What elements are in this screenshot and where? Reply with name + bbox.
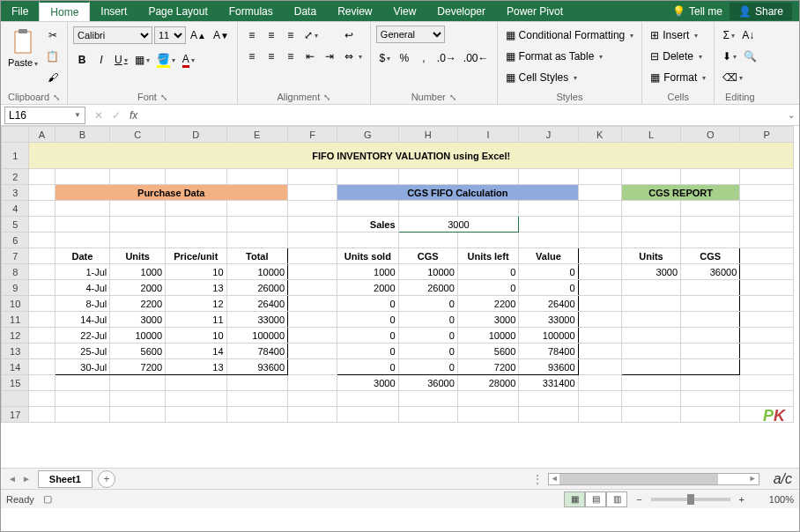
share-button[interactable]: 👤Share bbox=[730, 3, 792, 20]
enter-formula-icon[interactable]: ✓ bbox=[112, 109, 121, 122]
cell[interactable]: 12 bbox=[166, 296, 226, 312]
copy-button[interactable]: 📋 bbox=[43, 47, 62, 66]
row-header[interactable]: 15 bbox=[2, 375, 29, 391]
cell[interactable]: 0 bbox=[337, 359, 398, 375]
col-left[interactable]: Units left bbox=[457, 248, 518, 264]
fx-icon[interactable]: fx bbox=[130, 109, 137, 122]
col-header[interactable]: A bbox=[29, 127, 55, 143]
fill-button[interactable]: ⬇ bbox=[720, 47, 739, 66]
cell[interactable]: 93600 bbox=[519, 359, 578, 375]
tab-file[interactable]: File bbox=[1, 1, 39, 21]
decrease-decimal-button[interactable]: .00← bbox=[461, 48, 492, 68]
col-total[interactable]: Total bbox=[226, 248, 287, 264]
col-header[interactable]: B bbox=[55, 127, 110, 143]
cell[interactable]: 10000 bbox=[457, 328, 518, 344]
col-header[interactable]: I bbox=[457, 127, 518, 143]
cell[interactable]: 11 bbox=[166, 312, 226, 328]
insert-cells-button[interactable]: ⊞Insert bbox=[648, 26, 708, 45]
cell[interactable]: 7200 bbox=[457, 359, 518, 375]
cell[interactable]: 22-Jul bbox=[55, 328, 110, 344]
col-sold[interactable]: Units sold bbox=[337, 248, 398, 264]
increase-indent-button[interactable]: ⇥ bbox=[321, 47, 338, 66]
currency-button[interactable]: $ bbox=[376, 48, 394, 68]
row-header[interactable]: 9 bbox=[2, 280, 29, 296]
row-header[interactable] bbox=[2, 391, 29, 407]
col-units[interactable]: Units bbox=[110, 248, 166, 264]
decrease-indent-button[interactable]: ⇤ bbox=[301, 47, 319, 66]
tab-formulas[interactable]: Formulas bbox=[219, 1, 284, 21]
cell-styles-button[interactable]: ▦Cell Styles bbox=[503, 68, 637, 87]
cell[interactable]: 7200 bbox=[110, 359, 166, 375]
cell[interactable]: 1000 bbox=[337, 264, 398, 280]
col-header[interactable]: G bbox=[337, 127, 398, 143]
decrease-font-button[interactable]: A▼ bbox=[211, 26, 232, 45]
cell[interactable]: 10 bbox=[166, 264, 226, 280]
cell[interactable]: 0 bbox=[337, 296, 398, 312]
cell[interactable] bbox=[681, 328, 740, 344]
col-header[interactable]: P bbox=[740, 127, 794, 143]
cell[interactable]: 0 bbox=[398, 296, 457, 312]
cell[interactable] bbox=[681, 280, 740, 296]
sort-filter-button[interactable]: A↓ bbox=[739, 26, 757, 45]
paste-button[interactable]: Paste bbox=[6, 26, 40, 70]
col-header[interactable]: L bbox=[621, 127, 680, 143]
formula-input[interactable] bbox=[146, 107, 783, 124]
row-header[interactable]: 6 bbox=[2, 233, 29, 248]
comma-button[interactable]: , bbox=[415, 48, 433, 68]
cell[interactable]: 13 bbox=[166, 280, 226, 296]
row-header[interactable]: 11 bbox=[2, 312, 29, 328]
row-header[interactable]: 8 bbox=[2, 264, 29, 280]
cell[interactable] bbox=[681, 344, 740, 359]
cell[interactable] bbox=[621, 344, 680, 359]
cell[interactable]: 2000 bbox=[337, 280, 398, 296]
name-box[interactable]: L16▼ bbox=[4, 107, 85, 124]
cell[interactable]: 13 bbox=[166, 359, 226, 375]
col-header[interactable]: D bbox=[166, 127, 226, 143]
cell[interactable]: 3000 bbox=[337, 375, 398, 391]
zoom-slider[interactable] bbox=[651, 498, 730, 501]
row-header[interactable]: 3 bbox=[2, 185, 29, 201]
cell[interactable]: 0 bbox=[337, 312, 398, 328]
row-header[interactable]: 1 bbox=[2, 143, 29, 169]
tab-home[interactable]: Home bbox=[39, 1, 90, 21]
col-header[interactable]: O bbox=[681, 127, 740, 143]
sheet-tab[interactable]: Sheet1 bbox=[38, 470, 93, 488]
cell[interactable] bbox=[621, 359, 680, 375]
cell[interactable]: 33000 bbox=[226, 312, 287, 328]
col-header[interactable]: K bbox=[578, 127, 621, 143]
cell[interactable] bbox=[681, 296, 740, 312]
cell[interactable]: 3000 bbox=[621, 264, 680, 280]
font-color-button[interactable]: A bbox=[180, 50, 197, 70]
tab-view[interactable]: View bbox=[383, 1, 427, 21]
cell[interactable]: 100000 bbox=[226, 328, 287, 344]
cell[interactable] bbox=[621, 280, 680, 296]
cell[interactable]: 1-Jul bbox=[55, 264, 110, 280]
spreadsheet-grid[interactable]: A B C D E F G H I J K L O P 1FIFO INVENT… bbox=[1, 126, 794, 423]
cell[interactable]: 30-Jul bbox=[55, 359, 110, 375]
find-select-button[interactable]: 🔍 bbox=[741, 47, 759, 66]
sheet-nav-last[interactable]: ► bbox=[22, 474, 31, 484]
cut-button[interactable]: ✂ bbox=[43, 26, 62, 45]
page-layout-view-button[interactable]: ▤ bbox=[585, 491, 606, 507]
clipboard-launcher[interactable]: ⤡ bbox=[53, 92, 60, 102]
cell[interactable]: 26000 bbox=[226, 280, 287, 296]
cell[interactable]: 33000 bbox=[519, 312, 578, 328]
clear-button[interactable]: ⌫ bbox=[720, 68, 745, 87]
col-header[interactable]: H bbox=[398, 127, 457, 143]
cell[interactable] bbox=[681, 359, 740, 375]
font-launcher[interactable]: ⤡ bbox=[160, 92, 167, 102]
purchase-header[interactable]: Purchase Data bbox=[55, 185, 288, 201]
bold-button[interactable]: B bbox=[73, 50, 91, 70]
border-button[interactable]: ▦ bbox=[132, 50, 152, 70]
cell[interactable]: 10000 bbox=[398, 264, 457, 280]
delete-cells-button[interactable]: ⊟Delete bbox=[648, 47, 708, 66]
tab-developer[interactable]: Developer bbox=[426, 1, 496, 21]
col-date[interactable]: Date bbox=[55, 248, 110, 264]
tab-powerpivot[interactable]: Power Pivot bbox=[496, 1, 574, 21]
col-header[interactable]: C bbox=[110, 127, 166, 143]
cell[interactable]: 0 bbox=[398, 344, 457, 359]
row-header[interactable]: 2 bbox=[2, 169, 29, 185]
row-header[interactable]: 10 bbox=[2, 296, 29, 312]
horizontal-scrollbar[interactable]: ◄► bbox=[548, 473, 759, 485]
tab-data[interactable]: Data bbox=[284, 1, 327, 21]
